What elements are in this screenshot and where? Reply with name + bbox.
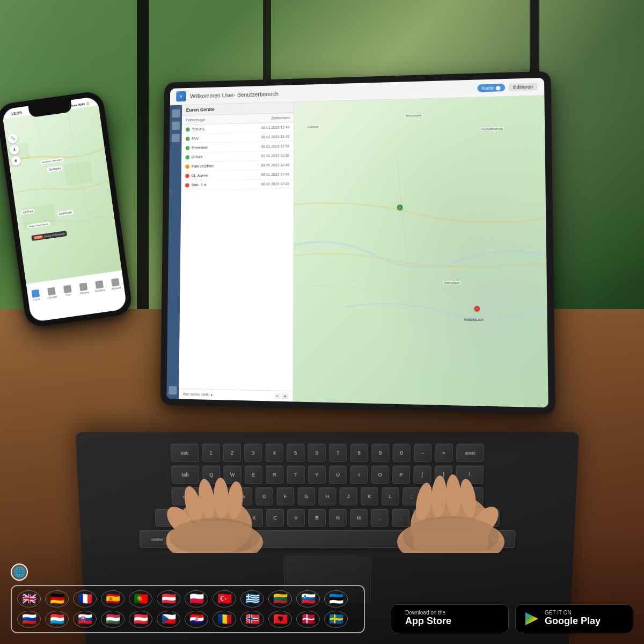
- nav-bankre-icon: [95, 280, 104, 289]
- phone-nav-alama[interactable]: Alama: [75, 282, 93, 295]
- bottom-bar: 🌐 🇬🇧🇩🇪🇫🇷🇪🇸🇵🇹🇦🇹🇵🇱🇹🇷🇬🇷🇱🇹🇸🇮🇪🇪 🇷🇺🇱🇺🇸🇰🇭🇺🇦🇹🇨🇿🇭…: [0, 537, 644, 644]
- map-label-4: Darmstadt: [443, 281, 460, 284]
- tracking-time: 08.01.2023 12:43: [261, 125, 290, 129]
- tracking-name: TDOFL: [192, 126, 259, 131]
- flag-row2-swedish[interactable]: 🇸🇪: [324, 611, 348, 628]
- phone-nav-karte[interactable]: Karte: [27, 289, 45, 302]
- phone-layer-btn[interactable]: ⊗: [10, 156, 21, 166]
- flag-row2-norwegian[interactable]: 🇳🇴: [240, 611, 264, 628]
- tracking-time: 08.02.2023 12:43: [261, 182, 289, 186]
- map-label-1: Herborn: [306, 125, 320, 128]
- apple-app-store-button[interactable]: Download on the App Store: [391, 604, 509, 633]
- flag-slovenian[interactable]: 🇸🇮: [296, 590, 320, 608]
- flag-row2-czech[interactable]: 🇨🇿: [157, 611, 180, 628]
- phone-nav-aktuell[interactable]: Aktuell: [107, 277, 125, 291]
- svg-rect-1: [63, 160, 93, 186]
- nav-alarm-icon: [79, 283, 88, 291]
- nav-place-icon: [63, 285, 72, 294]
- google-small-text: GET IT ON: [545, 610, 601, 616]
- nav-ort-label: Ort: [66, 293, 71, 297]
- phone-nav-geraete[interactable]: Geräte: [43, 287, 61, 300]
- nav-map-icon: [31, 289, 40, 298]
- flag-polish[interactable]: 🇵🇱: [185, 590, 208, 608]
- nav-karte-label: Karte: [32, 297, 40, 302]
- tracking-status-dot: [186, 146, 190, 150]
- tracking-time: 08.01.2023 12:43: [261, 163, 290, 167]
- flag-austrian[interactable]: 🇦🇹: [157, 590, 180, 608]
- flag-row2-slovak[interactable]: 🇸🇰: [73, 611, 97, 628]
- tracking-name: Sab. 1 d: [191, 182, 259, 187]
- google-btn-text: GET IT ON Google Play: [545, 610, 601, 627]
- phone-search-btn[interactable]: 🔍: [8, 133, 18, 144]
- apple-large-text: App Store: [405, 616, 451, 627]
- col-time: Zeitdatum: [243, 115, 290, 121]
- svg-marker-21: [525, 612, 538, 625]
- sidebar-map-icon[interactable]: [172, 109, 180, 118]
- flag-row2-austrian[interactable]: 🇦🇹: [129, 611, 152, 628]
- flag-german[interactable]: 🇩🇪: [45, 590, 69, 608]
- flag-row2-russian[interactable]: 🇷🇺: [17, 611, 41, 628]
- flag-french[interactable]: 🇫🇷: [73, 590, 97, 608]
- map-label-2: Wiesbaden: [405, 114, 423, 118]
- map-marker-red: [474, 306, 480, 311]
- tablet-title: Willkommen User- Benutzerbereich: [190, 85, 473, 99]
- edit-button[interactable]: Editieren: [509, 83, 538, 91]
- signal-icon: ●●●: [71, 103, 77, 107]
- sidebar-list-icon[interactable]: [172, 121, 180, 130]
- sidebar-settings-icon[interactable]: [172, 134, 180, 142]
- app-store-buttons: Download on the App Store: [391, 604, 633, 633]
- tracking-status-dot: [186, 127, 190, 131]
- flag-row2-croatian[interactable]: 🇭🇷: [185, 611, 208, 628]
- flag-turkish[interactable]: 🇹🇷: [213, 590, 236, 608]
- tablet-device: Y Willkommen User- Benutzerbereich Karte…: [156, 75, 547, 408]
- tracking-name: Premiker: [192, 144, 259, 150]
- flag-row2-hungarian[interactable]: 🇭🇺: [101, 611, 125, 628]
- tracking-name: FLV: [192, 135, 259, 141]
- wifi-icon: WiFi: [78, 102, 85, 106]
- flag-spanish[interactable]: 🇪🇸: [101, 590, 125, 608]
- flag-row2-romanian[interactable]: 🇷🇴: [213, 611, 236, 628]
- apple-small-text: Download on the: [405, 610, 451, 616]
- google-play-button[interactable]: GET IT ON Google Play: [515, 604, 633, 633]
- flag-estonian[interactable]: 🇪🇪: [324, 590, 348, 608]
- globe-row: 🌐: [11, 564, 365, 581]
- flag-portuguese[interactable]: 🇵🇹: [129, 590, 152, 608]
- nav-devices-icon: [47, 287, 56, 296]
- tracking-name: Fahrzeichen: [192, 163, 259, 169]
- tracking-status-dot: [186, 136, 190, 141]
- language-section: 🌐 🇬🇧🇩🇪🇫🇷🇪🇸🇵🇹🇦🇹🇵🇱🇹🇷🇬🇷🇱🇹🇸🇮🇪🇪 🇷🇺🇱🇺🇸🇰🇭🇺🇦🇹🇨🇿🇭…: [11, 564, 365, 633]
- globe-icon: 🌐: [11, 564, 28, 581]
- phone-nav-bankre[interactable]: Bankre: [91, 280, 108, 293]
- tracking-time: 08.01.2023 12:56: [261, 153, 290, 158]
- phone-nav-ort[interactable]: Ort: [59, 284, 77, 298]
- flag-row2-danish[interactable]: 🇩🇰: [296, 611, 320, 628]
- battery-icon: 🔋: [85, 101, 90, 106]
- col-vehicle: Fahrzeuge: [186, 116, 243, 122]
- tracking-row-6[interactable]: Sab. 1 d 08.02.2023 12:43: [181, 179, 293, 190]
- tracking-status-dot: [186, 155, 190, 159]
- tracking-name: Cl. Auree: [191, 172, 259, 178]
- tracking-time: 08.01.2023 12:43: [261, 172, 289, 177]
- map-toggle[interactable]: Karte ⬤: [477, 84, 505, 92]
- nav-aktuell-label: Aktuell: [111, 286, 121, 290]
- flags-row-1: 🇬🇧🇩🇪🇫🇷🇪🇸🇵🇹🇦🇹🇵🇱🇹🇷🇬🇷🇱🇹🇸🇮🇪🇪: [17, 590, 358, 608]
- toggle-label: Karte: [482, 85, 494, 91]
- apple-btn-text: Download on the App Store: [405, 610, 451, 627]
- phone-info-btn[interactable]: ℹ: [9, 144, 19, 155]
- phone-map: Lauterborn Stadtbahn Juli Park 🔍 ℹ ⊗ STO…: [3, 105, 121, 283]
- flags-row-2: 🇷🇺🇱🇺🇸🇰🇭🇺🇦🇹🇨🇿🇭🇷🇷🇴🇳🇴🇦🇱🇩🇰🇸🇪: [17, 611, 358, 628]
- nav-geraete-label: Geräte: [47, 295, 57, 299]
- flag-english[interactable]: 🇬🇧: [17, 590, 41, 608]
- flag-row2-luxembourgish[interactable]: 🇱🇺: [45, 611, 69, 628]
- tracking-rows: TDOFL 08.01.2023 12:43 FLV 08.01.2023 12…: [181, 122, 294, 190]
- phone-time: 12:25: [11, 110, 23, 116]
- flag-greek[interactable]: 🇬🇷: [240, 590, 264, 608]
- tracking-status-dot: [185, 164, 189, 169]
- tracking-time: 08.01.2023 12:54: [261, 144, 290, 149]
- stop-label: STOP: [33, 235, 43, 239]
- nav-alama-label: Alama: [79, 290, 89, 295]
- google-play-icon: [524, 611, 539, 626]
- tracking-status-dot: [185, 183, 189, 187]
- flag-lithuanian[interactable]: 🇱🇹: [268, 590, 292, 608]
- flag-row2-albanian[interactable]: 🇦🇱: [268, 611, 292, 628]
